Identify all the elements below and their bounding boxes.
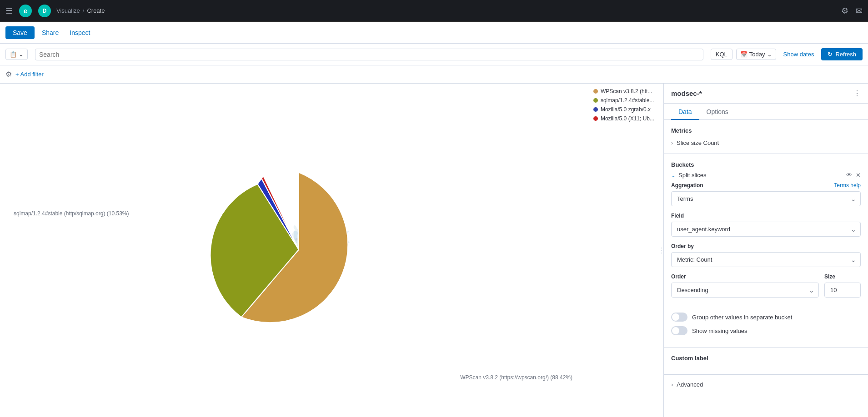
search-bar: 📋 ⌄ KQL 📅 Today ⌄ Show dates ↻ Refresh	[0, 44, 868, 65]
svg-text:e: e	[24, 7, 27, 15]
refresh-icon: ↻	[828, 51, 833, 58]
custom-label-section: Custom label	[664, 348, 868, 375]
refresh-button[interactable]: ↻ Refresh	[821, 48, 863, 60]
hamburger-menu-icon[interactable]: ☰	[5, 6, 13, 16]
legend-item-1: sqlmap/1.2.4#stable...	[593, 97, 654, 104]
metric-row[interactable]: › Slice size Count	[671, 139, 861, 146]
terms-help-link[interactable]: Terms help	[834, 182, 861, 189]
legend-label-2: Mozilla/5.0 zgrab/0.x	[601, 106, 651, 113]
size-label: Size	[824, 273, 861, 280]
calendar-icon: 📅	[740, 51, 748, 58]
group-other-label: Group other values in separate bucket	[692, 314, 792, 321]
size-input[interactable]	[824, 283, 861, 298]
legend-label-3: Mozilla/5.0 (X11; Ub...	[601, 115, 654, 122]
elastic-logo-icon[interactable]: e	[18, 4, 33, 18]
settings-icon[interactable]: ⚙	[841, 6, 848, 16]
tab-options[interactable]: Options	[699, 104, 736, 120]
share-button[interactable]: Share	[38, 26, 62, 39]
visibility-icon[interactable]: 👁	[846, 172, 852, 179]
legend-item-3: Mozilla/5.0 (X11; Ub...	[593, 115, 654, 122]
inspect-button[interactable]: Inspect	[66, 26, 94, 39]
pie-label-sqlmap: sqlmap/1.2.4#stable (http/sqlmap.org) (1…	[14, 210, 129, 217]
orderby-select-wrapper: Metric: Count	[671, 252, 861, 267]
legend-dot-1	[593, 98, 598, 103]
filter-icon[interactable]: ⚙	[5, 70, 12, 79]
group-other-toggle[interactable]	[671, 313, 687, 322]
legend-dot-2	[593, 107, 598, 112]
panel-tabs: Data Options	[664, 104, 868, 120]
save-button[interactable]: Save	[5, 26, 35, 39]
legend-item-0: WPScan v3.8.2 (htt...	[593, 88, 654, 94]
show-dates-button[interactable]: Show dates	[783, 51, 814, 58]
chart-legend: WPScan v3.8.2 (htt...sqlmap/1.2.4#stable…	[593, 88, 654, 122]
order-select[interactable]: Descending	[671, 283, 819, 298]
metrics-section: Metrics › Slice size Count	[664, 120, 868, 154]
orderby-label: Order by	[671, 243, 861, 249]
legend-dot-0	[593, 89, 598, 94]
action-bar: Save Share Inspect	[0, 22, 868, 44]
right-panel: modsec-* ⋮ Data Options Metrics › Slice …	[663, 84, 868, 417]
legend-item-2: Mozilla/5.0 zgrab/0.x	[593, 106, 654, 113]
legend-label-0: WPScan v3.8.2 (htt...	[601, 88, 652, 94]
aggregation-label-row: Aggregation Terms help	[671, 182, 861, 189]
metric-label: Slice size Count	[677, 139, 719, 146]
index-selector[interactable]: 📋 ⌄	[5, 49, 28, 60]
index-icon: 📋	[10, 51, 17, 58]
date-value: Today	[749, 51, 765, 58]
bucket-row: ⌄ Split slices 👁 ✕	[671, 172, 861, 179]
buckets-title: Buckets	[671, 161, 694, 168]
group-other-toggle-row: Group other values in separate bucket	[671, 313, 861, 322]
top-navigation: ☰ e D Visualize / Create ⚙ ✉	[0, 0, 868, 22]
add-filter-button[interactable]: + Add filter	[15, 71, 44, 78]
panel-header: modsec-* ⋮	[664, 84, 868, 104]
bucket-name: Split slices	[678, 172, 706, 179]
aggregation-select-wrapper: Terms	[671, 191, 861, 206]
legend-dot-3	[593, 116, 598, 121]
aggregation-group: Aggregation Terms help Terms	[671, 182, 861, 206]
order-label: Order	[671, 273, 819, 280]
orderby-select[interactable]: Metric: Count	[671, 252, 861, 267]
panel-menu-icon[interactable]: ⋮	[853, 89, 861, 98]
show-missing-label: Show missing values	[692, 328, 747, 334]
bucket-chevron-icon[interactable]: ⌄	[671, 172, 676, 179]
show-missing-toggle-row: Show missing values	[671, 326, 861, 335]
bucket-action-icons: 👁 ✕	[846, 172, 861, 179]
field-select[interactable]: user_agent.keyword	[671, 222, 861, 237]
show-missing-toggle[interactable]	[671, 326, 687, 335]
advanced-row[interactable]: › Advanced	[664, 375, 868, 394]
panel-title: modsec-*	[671, 89, 702, 97]
advanced-chevron-icon: ›	[671, 381, 673, 388]
refresh-label: Refresh	[835, 51, 856, 58]
avatar[interactable]: D	[38, 5, 51, 17]
date-picker[interactable]: 📅 Today ⌄	[736, 49, 776, 60]
order-group: Order Descending	[671, 273, 819, 298]
resize-handle[interactable]	[660, 84, 663, 417]
chart-area: WPScan v3.8.2 (htt...sqlmap/1.2.4#stable…	[0, 84, 663, 417]
field-select-wrapper: user_agent.keyword	[671, 222, 861, 237]
orderby-group: Order by Metric: Count	[671, 243, 861, 267]
index-chevron-icon: ⌄	[19, 51, 24, 58]
buckets-header: Buckets	[671, 161, 861, 168]
main-content: WPScan v3.8.2 (htt...sqlmap/1.2.4#stable…	[0, 84, 868, 417]
remove-bucket-icon[interactable]: ✕	[856, 172, 861, 179]
breadcrumb-parent[interactable]: Visualize	[56, 7, 80, 14]
metrics-title: Metrics	[671, 127, 861, 134]
field-group: Field user_agent.keyword	[671, 213, 861, 237]
search-input[interactable]	[39, 51, 699, 58]
bucket-split-label: ⌄ Split slices	[671, 172, 706, 179]
share-nav-icon[interactable]: ✉	[856, 6, 863, 16]
breadcrumb-separator: /	[83, 7, 85, 14]
breadcrumb-current: Create	[87, 7, 105, 14]
tab-data[interactable]: Data	[671, 104, 699, 120]
kql-button[interactable]: KQL	[711, 49, 733, 60]
order-select-wrapper: Descending	[671, 283, 819, 298]
custom-label-title: Custom label	[671, 355, 861, 362]
size-group: Size	[824, 273, 861, 298]
metric-chevron-icon: ›	[671, 140, 673, 146]
advanced-label: Advanced	[677, 381, 703, 388]
aggregation-select[interactable]: Terms	[671, 191, 861, 206]
pie-chart: Kifarunix *NIX TIPS & TUTORIALS 🦏	[208, 159, 390, 342]
aggregation-label: Aggregation	[671, 182, 703, 189]
nav-icons: ⚙ ✉	[841, 6, 863, 16]
legend-label-1: sqlmap/1.2.4#stable...	[601, 97, 654, 104]
